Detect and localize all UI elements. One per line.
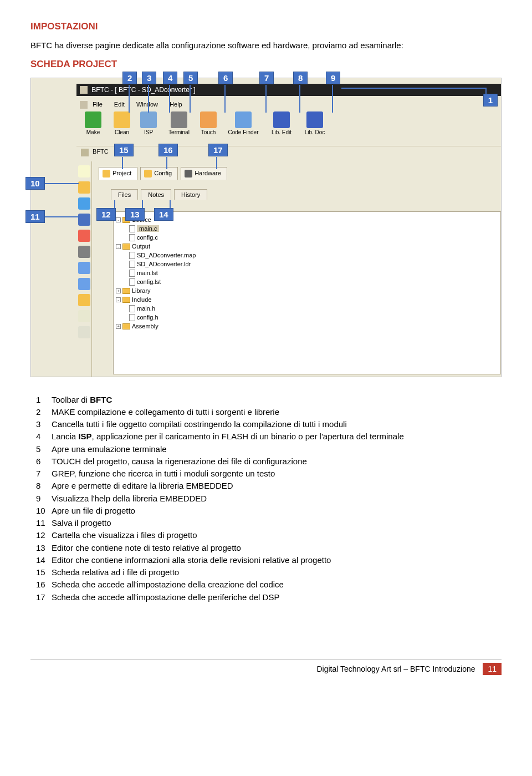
tree-map[interactable]: SD_ADconverter.map bbox=[137, 252, 196, 258]
tree-ldr[interactable]: SD_ADconverter.ldr bbox=[137, 261, 191, 267]
legend-item: 15Scheda relativa ad i file di progetto bbox=[36, 566, 502, 579]
menu-help[interactable]: Help bbox=[170, 101, 182, 108]
vt-redo-icon[interactable] bbox=[78, 278, 90, 290]
vt-open-icon[interactable] bbox=[78, 181, 90, 194]
legend-item: 1Toolbar di BFTC bbox=[36, 394, 502, 406]
panel-subtabs: Files Notes History bbox=[111, 189, 208, 202]
tree-configc[interactable]: config.c bbox=[137, 234, 158, 241]
page-heading: IMPOSTAZIONI bbox=[30, 21, 502, 32]
badge-6: 6 bbox=[218, 72, 233, 84]
project-panel: Project Config Hardware Files Notes Hist… bbox=[94, 161, 501, 377]
terminal-button[interactable]: Terminal bbox=[162, 111, 196, 135]
legend-item: 12Cartella che visualizza i files di pro… bbox=[36, 529, 502, 541]
app-screenshot: 2 3 4 5 6 7 8 9 1 BFTC - [ BFTC - SD_ADc… bbox=[30, 78, 502, 377]
badge-1: 1 bbox=[483, 94, 498, 106]
project-tree[interactable]: -Source main.c config.c -Output SD_ADcon… bbox=[113, 211, 501, 374]
tree-configh[interactable]: config.h bbox=[137, 314, 158, 321]
codefinder-icon bbox=[235, 111, 252, 128]
legend-item: 4Lancia ISP, applicazione per il caricam… bbox=[36, 430, 502, 443]
menu-icon bbox=[80, 101, 88, 109]
legend-item: 17Scheda che accede all'impostazione del… bbox=[36, 591, 502, 603]
badge-4: 4 bbox=[163, 72, 177, 84]
vt-undo-icon[interactable] bbox=[78, 262, 90, 274]
badge-5: 5 bbox=[183, 72, 198, 84]
vt-saveall-icon[interactable] bbox=[78, 230, 90, 242]
badge-7: 7 bbox=[259, 72, 274, 84]
badge-17: 17 bbox=[208, 144, 228, 156]
legend-item: 11Salva il progetto bbox=[36, 517, 502, 529]
tree-mainlst[interactable]: main.lst bbox=[137, 270, 158, 276]
section-heading: SCHEDA PROJECT bbox=[30, 59, 502, 70]
vt-cut-icon[interactable] bbox=[78, 294, 90, 306]
tab-config[interactable]: Config bbox=[140, 167, 178, 180]
badge-15: 15 bbox=[114, 144, 134, 156]
wrench-icon bbox=[144, 170, 152, 177]
vt-copy-icon[interactable] bbox=[78, 310, 90, 322]
tree-include[interactable]: Include bbox=[132, 296, 151, 303]
vertical-toolbar bbox=[76, 161, 92, 377]
legend-item: 3Cancella tutti i file oggetto compilati… bbox=[36, 418, 502, 430]
legend-item: 13Editor che contiene note di testo rela… bbox=[36, 542, 502, 554]
menu-edit[interactable]: Edit bbox=[114, 101, 125, 108]
intro-text: BFTC ha diverse pagine dedicate alla con… bbox=[30, 40, 502, 51]
tree-mainc[interactable]: main.c bbox=[137, 225, 159, 232]
vt-new-icon[interactable] bbox=[78, 165, 90, 177]
tree-output[interactable]: Output bbox=[132, 243, 150, 250]
menu-window[interactable]: Window bbox=[136, 101, 158, 108]
codefinder-button[interactable]: Code Finder bbox=[223, 111, 264, 135]
tree-mainh[interactable]: main.h bbox=[137, 305, 155, 312]
tab-bftc[interactable]: BFTC bbox=[93, 148, 109, 155]
badge-16: 16 bbox=[158, 144, 178, 156]
make-button[interactable]: Make bbox=[76, 111, 110, 135]
badge-3: 3 bbox=[142, 72, 156, 84]
tab-hardware[interactable]: Hardware bbox=[181, 167, 227, 180]
tab-icon bbox=[81, 149, 89, 156]
vt-save-icon[interactable] bbox=[78, 214, 90, 226]
tree-assembly[interactable]: Assembly bbox=[132, 323, 158, 329]
libedit-icon bbox=[273, 111, 290, 128]
app-icon bbox=[80, 86, 88, 94]
legend-item: 9Visualizza l'help della libreria EMBEDD… bbox=[36, 493, 502, 505]
badge-12: 12 bbox=[96, 208, 116, 221]
badge-13: 13 bbox=[125, 208, 145, 221]
badge-8: 8 bbox=[293, 72, 308, 84]
title-text: BFTC - [ BFTC - SD_ADconverter ] bbox=[91, 86, 195, 94]
tree-configlst[interactable]: config.lst bbox=[137, 278, 161, 285]
isp-button[interactable]: ISP bbox=[135, 111, 162, 135]
panel-tabs: Project Config Hardware bbox=[99, 167, 228, 181]
touch-icon bbox=[200, 111, 217, 128]
legend-item: 2MAKE compilazione e collegamento di tut… bbox=[36, 406, 502, 418]
legend-item: 5Apre una emulazione terminale bbox=[36, 443, 502, 455]
tab-project[interactable]: Project bbox=[99, 167, 137, 180]
legend-item: 10Apre un file di progetto bbox=[36, 505, 502, 517]
vt-print-icon[interactable] bbox=[78, 246, 90, 258]
libdoc-icon bbox=[306, 111, 323, 128]
folder-icon bbox=[103, 170, 110, 177]
badge-9: 9 bbox=[326, 72, 340, 84]
tree-library[interactable]: Library bbox=[132, 287, 151, 294]
make-icon bbox=[85, 111, 101, 128]
chip-icon bbox=[185, 170, 192, 177]
subtab-notes[interactable]: Notes bbox=[141, 189, 171, 200]
libedit-button[interactable]: Lib. Edit bbox=[265, 111, 298, 135]
subtab-history[interactable]: History bbox=[174, 189, 207, 200]
menubar: File Edit Window Help bbox=[76, 98, 501, 110]
app-tabbar: BFTC bbox=[76, 146, 501, 159]
badge-2: 2 bbox=[122, 72, 137, 84]
terminal-icon bbox=[171, 111, 187, 128]
legend-item: 7GREP, funzione che ricerca in tutti i m… bbox=[36, 468, 502, 480]
menu-file[interactable]: File bbox=[93, 101, 103, 108]
subtab-files[interactable]: Files bbox=[111, 189, 138, 200]
clean-icon bbox=[114, 111, 130, 128]
badge-11: 11 bbox=[25, 210, 45, 223]
vt-paste-icon[interactable] bbox=[78, 326, 90, 338]
legend-item: 14Editor che contiene informazioni alla … bbox=[36, 554, 502, 566]
libdoc-button[interactable]: Lib. Doc bbox=[298, 111, 331, 135]
clean-button[interactable]: Clean bbox=[109, 111, 135, 135]
touch-button[interactable]: Touch bbox=[196, 111, 221, 135]
legend-list: 1Toolbar di BFTC2MAKE compilazione e col… bbox=[36, 394, 502, 603]
page-number: 11 bbox=[483, 663, 502, 675]
badge-14: 14 bbox=[154, 208, 173, 221]
vt-bird-icon[interactable] bbox=[78, 197, 90, 210]
legend-item: 16Scheda che accede all'impostazione del… bbox=[36, 579, 502, 591]
